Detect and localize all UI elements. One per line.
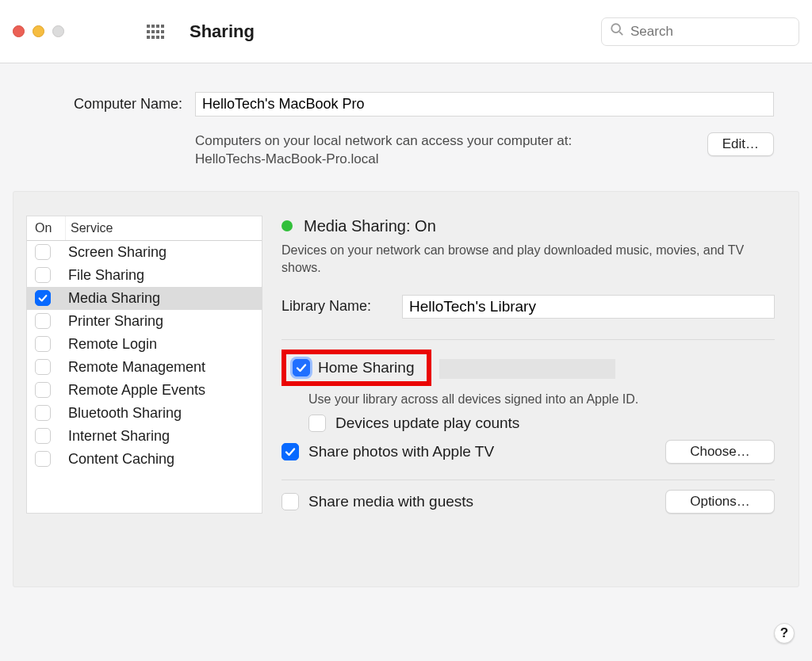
- service-row[interactable]: Bluetooth Sharing: [27, 402, 262, 425]
- svg-rect-4: [147, 30, 150, 33]
- library-name-input[interactable]: [402, 295, 775, 319]
- status-description: Devices on your network can browse and p…: [282, 242, 775, 277]
- computer-name-label: Computer Name:: [38, 96, 182, 113]
- service-row[interactable]: Remote Apple Events: [27, 379, 262, 402]
- computer-name-subtext: Computers on your local network can acce…: [195, 132, 707, 169]
- service-row[interactable]: Screen Sharing: [27, 241, 262, 264]
- computer-name-subtext-line2: HelloTechs-MacBook-Pro.local: [195, 151, 378, 166]
- service-label: Bluetooth Sharing: [68, 405, 182, 422]
- share-photos-label: Share photos with Apple TV: [308, 443, 494, 460]
- status-title: Media Sharing: On: [304, 217, 436, 235]
- share-guests-row: Share media with guests Options…: [282, 490, 775, 514]
- status-indicator-icon: [282, 220, 293, 231]
- share-photos-checkbox[interactable]: [282, 443, 299, 460]
- service-label: Screen Sharing: [68, 244, 167, 261]
- home-sharing-label: Home Sharing: [318, 359, 414, 376]
- divider: [282, 480, 775, 480]
- search-input[interactable]: [630, 24, 791, 40]
- service-label: File Sharing: [68, 267, 144, 284]
- traffic-lights: [13, 25, 64, 37]
- redacted-block: [439, 359, 615, 379]
- service-label: Remote Apple Events: [68, 382, 205, 399]
- computer-name-input[interactable]: [195, 92, 774, 117]
- service-checkbox[interactable]: [35, 359, 51, 375]
- help-button[interactable]: ?: [774, 623, 795, 644]
- search-field[interactable]: [601, 17, 799, 46]
- svg-rect-11: [161, 36, 164, 39]
- service-checkbox[interactable]: [35, 405, 51, 421]
- computer-name-subtext-line1: Computers on your local network can acce…: [195, 133, 572, 148]
- service-row[interactable]: Media Sharing: [27, 287, 262, 310]
- service-label: Media Sharing: [68, 290, 160, 307]
- minimize-window-button[interactable]: [33, 25, 44, 37]
- nav-buttons: [83, 24, 115, 40]
- services-header: On Service: [27, 216, 262, 241]
- edit-button[interactable]: Edit…: [707, 132, 774, 156]
- share-guests-checkbox[interactable]: [282, 493, 299, 510]
- svg-rect-0: [147, 25, 150, 28]
- search-icon: [610, 22, 624, 40]
- divider: [282, 339, 775, 340]
- service-row[interactable]: Remote Management: [27, 356, 262, 379]
- zoom-window-button[interactable]: [52, 25, 64, 37]
- service-row[interactable]: Content Caching: [27, 448, 262, 471]
- close-window-button[interactable]: [13, 25, 25, 37]
- show-all-icon[interactable]: [147, 25, 164, 39]
- service-row[interactable]: Printer Sharing: [27, 310, 262, 333]
- update-play-counts-row: Devices update play counts: [308, 415, 775, 432]
- svg-rect-3: [161, 25, 164, 28]
- service-label: Remote Login: [68, 336, 157, 353]
- svg-rect-8: [147, 36, 150, 39]
- service-label: Printer Sharing: [68, 313, 163, 330]
- options-button[interactable]: Options…: [665, 490, 775, 514]
- service-checkbox[interactable]: [35, 313, 51, 329]
- svg-line-13: [619, 32, 622, 35]
- service-checkbox[interactable]: [35, 290, 51, 306]
- window-title: Sharing: [190, 21, 601, 42]
- status-row: Media Sharing: On: [282, 217, 775, 235]
- sharing-content: On Service Screen SharingFile SharingMed…: [13, 191, 799, 587]
- service-label: Internet Sharing: [68, 428, 170, 445]
- svg-rect-6: [156, 30, 159, 33]
- computer-name-section: Computer Name: Computers on your local n…: [0, 63, 812, 191]
- service-row[interactable]: Remote Login: [27, 333, 262, 356]
- svg-rect-7: [161, 30, 164, 33]
- service-label: Content Caching: [68, 451, 174, 468]
- service-row[interactable]: File Sharing: [27, 264, 262, 287]
- service-checkbox[interactable]: [35, 451, 51, 467]
- services-header-on: On: [27, 216, 65, 240]
- service-checkbox[interactable]: [35, 382, 51, 398]
- home-sharing-subtext: Use your library across all devices sign…: [308, 392, 775, 407]
- service-checkbox[interactable]: [35, 267, 51, 283]
- svg-rect-1: [151, 25, 155, 28]
- choose-button[interactable]: Choose…: [665, 440, 775, 464]
- library-name-label: Library Name:: [282, 298, 391, 315]
- svg-rect-9: [151, 36, 155, 39]
- service-checkbox[interactable]: [35, 244, 51, 260]
- share-guests-label: Share media with guests: [308, 493, 473, 510]
- svg-rect-2: [156, 25, 159, 28]
- service-row[interactable]: Internet Sharing: [27, 425, 262, 448]
- share-photos-row: Share photos with Apple TV Choose…: [282, 440, 775, 464]
- service-detail: Media Sharing: On Devices on your networ…: [282, 216, 775, 514]
- service-checkbox[interactable]: [35, 428, 51, 444]
- titlebar: Sharing: [0, 0, 812, 63]
- service-label: Remote Management: [68, 359, 205, 376]
- update-play-counts-checkbox[interactable]: [308, 415, 326, 432]
- svg-rect-10: [156, 36, 159, 39]
- svg-point-12: [611, 24, 620, 32]
- svg-rect-5: [151, 30, 155, 33]
- services-header-service: Service: [65, 216, 262, 240]
- update-play-counts-label: Devices update play counts: [335, 415, 519, 432]
- home-sharing-highlight: Home Sharing: [282, 350, 431, 386]
- service-checkbox[interactable]: [35, 336, 51, 352]
- home-sharing-checkbox[interactable]: [293, 359, 310, 376]
- services-list: On Service Screen SharingFile SharingMed…: [26, 216, 262, 514]
